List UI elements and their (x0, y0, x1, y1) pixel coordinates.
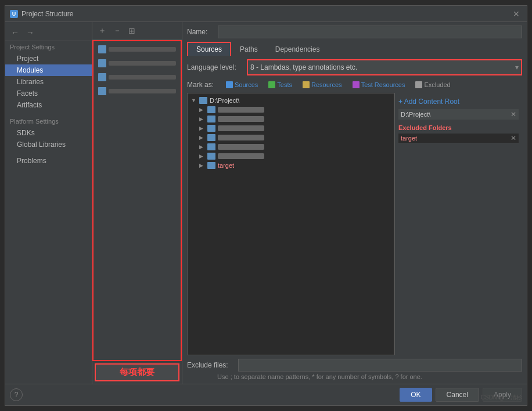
name-label: Name: (187, 28, 213, 36)
remove-excluded-button[interactable]: ✕ (511, 134, 516, 142)
sidebar-item-facets[interactable]: Facets (5, 88, 92, 99)
annotation-text: 每项都要 (95, 363, 179, 381)
module-label (109, 47, 176, 52)
sidebar: ← → Project Settings Project Modules Lib… (5, 22, 92, 384)
app-icon: U (10, 10, 18, 18)
module-label (109, 89, 176, 93)
tree-label: target (218, 162, 234, 169)
tab-dependencies[interactable]: Dependencies (267, 42, 329, 56)
bottom-bar: ? OK Cancel Apply (5, 384, 527, 405)
forward-button[interactable]: → (24, 27, 37, 38)
main-content: ← → Project Settings Project Modules Lib… (5, 22, 527, 384)
content-right: + Add Content Root D:\Project\ ✕ Exclude… (394, 93, 522, 355)
sidebar-item-artifacts[interactable]: Artifacts (5, 99, 92, 111)
title-bar: U Project Structure ✕ (5, 6, 527, 22)
sidebar-item-project[interactable]: Project (5, 53, 92, 64)
tree-item[interactable]: ▶ (188, 142, 394, 152)
folder-icon (207, 116, 215, 122)
tree-item[interactable]: ▶ (188, 105, 394, 114)
platform-settings-header[interactable]: Platform Settings (5, 116, 92, 127)
language-level-row: Language level: 8 - Lambdas, type annota… (187, 59, 522, 75)
sidebar-item-sdks[interactable]: SDKs (5, 127, 92, 139)
module-icon (98, 59, 106, 67)
sidebar-item-libraries[interactable]: Libraries (5, 76, 92, 88)
tree-label (218, 135, 264, 140)
name-input[interactable] (218, 26, 522, 38)
sidebar-item-modules[interactable]: Modules (5, 64, 92, 76)
module-icon (98, 45, 106, 53)
mark-sources-button[interactable]: Sources (222, 80, 261, 89)
tree-label (218, 116, 264, 122)
remove-content-root-button[interactable]: ✕ (511, 110, 516, 118)
tree-label (218, 125, 264, 131)
project-settings-header[interactable]: Project Settings (5, 41, 92, 53)
expand-icon: ▶ (199, 144, 205, 150)
tree-root-label: D:\Project\ (210, 97, 239, 104)
mark-testres-button[interactable]: Test Resources (349, 80, 409, 89)
exclude-files-hint: Use ; to separate name patterns, * for a… (187, 373, 522, 380)
module-item[interactable] (95, 84, 179, 98)
excluded-folders-header: Excluded Folders (398, 124, 519, 131)
mark-resources-button[interactable]: Resources (299, 80, 346, 89)
bottom-left: ? (10, 388, 396, 401)
module-label (109, 61, 176, 66)
path-label: D:\Project\ (401, 111, 430, 118)
tree-label (218, 153, 264, 159)
expand-icon: ▶ (199, 107, 205, 113)
tree-item[interactable]: ▶ (188, 152, 394, 161)
module-panel: ＋ － ⊞ (92, 22, 182, 384)
module-label (109, 75, 176, 80)
excluded-item-label: target (401, 135, 417, 142)
folder-icon (207, 153, 215, 160)
tree-label (218, 144, 264, 150)
add-content-root-button[interactable]: + Add Content Root (398, 96, 519, 107)
mark-excluded-button[interactable]: Excluded (412, 80, 454, 89)
module-toolbar: ＋ － ⊞ (92, 22, 182, 40)
language-level-select[interactable]: 8 - Lambdas, type annotations etc. 7 - D… (248, 60, 521, 74)
exclude-files-input[interactable] (238, 359, 522, 372)
title-bar-left: U Project Structure (10, 10, 73, 18)
folder-icon (207, 106, 215, 113)
expand-icon: ▼ (191, 98, 197, 103)
tab-sources[interactable]: Sources (187, 42, 231, 56)
copy-module-button[interactable]: ⊞ (126, 25, 138, 37)
language-level-label: Language level: (187, 63, 242, 71)
close-button[interactable]: ✕ (511, 8, 522, 20)
dialog-title: Project Structure (21, 10, 73, 18)
cancel-button[interactable]: Cancel (436, 388, 479, 402)
folder-icon (207, 134, 215, 141)
content-area: ▼ D:\Project\ ▶ ▶ (187, 93, 522, 355)
tree-item[interactable]: ▶ (188, 124, 394, 133)
language-level-select-wrap: 8 - Lambdas, type annotations etc. 7 - D… (247, 59, 522, 75)
tree-item[interactable]: ▶ (188, 114, 394, 124)
sidebar-item-global-libraries[interactable]: Global Libraries (5, 139, 92, 150)
add-module-button[interactable]: ＋ (96, 24, 109, 37)
folder-icon (207, 125, 215, 132)
project-structure-dialog: U Project Structure ✕ ← → Project Settin… (5, 5, 527, 406)
tree-root[interactable]: ▼ D:\Project\ (188, 96, 394, 105)
module-icon (98, 73, 106, 81)
excluded-icon (415, 81, 422, 88)
tab-paths[interactable]: Paths (231, 42, 267, 56)
back-button[interactable]: ← (9, 27, 21, 38)
folder-icon (207, 162, 215, 169)
module-item[interactable] (95, 70, 179, 84)
tree-item[interactable]: ▶ (188, 133, 394, 142)
tests-icon (268, 81, 275, 88)
remove-module-button[interactable]: － (111, 24, 124, 37)
expand-icon: ▶ (199, 125, 205, 131)
folder-icon (207, 143, 215, 150)
ok-button[interactable]: OK (400, 388, 432, 402)
content-root-path: D:\Project\ ✕ (398, 109, 519, 120)
module-item[interactable] (95, 56, 179, 70)
name-row: Name: (187, 26, 522, 38)
sidebar-item-problems[interactable]: Problems (5, 155, 92, 167)
tabs-row: Sources Paths Dependencies (187, 42, 522, 56)
module-item[interactable] (95, 42, 179, 56)
file-tree[interactable]: ▼ D:\Project\ ▶ ▶ (187, 93, 394, 355)
mark-tests-button[interactable]: Tests (265, 80, 296, 89)
help-button[interactable]: ? (10, 388, 23, 401)
expand-icon: ▶ (199, 153, 205, 159)
tree-item[interactable]: ▶ target (188, 161, 394, 170)
module-icon (98, 87, 106, 95)
